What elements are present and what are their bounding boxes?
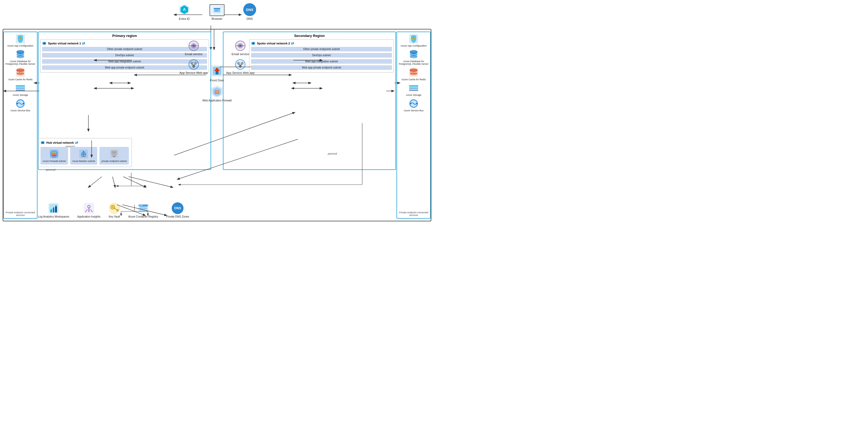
waf-icon (210, 84, 224, 98)
svg-point-103 (56, 206, 57, 207)
svg-rect-154 (409, 85, 418, 87)
app-config-right-icon (408, 34, 419, 44)
app-insights-label: Application Insights (78, 215, 100, 218)
app-config-right-block: Azure App Configuration (401, 34, 427, 47)
primary-region-title: Primary region (40, 34, 209, 38)
svg-rect-95 (113, 156, 115, 157)
app-config-left-icon (15, 34, 26, 44)
bottom-services-row: Log Analytics Workspaces Application Ins… (38, 202, 189, 218)
servicebus-left-label: Azure Service Bus (10, 109, 30, 112)
spoke-vnet-2: Spoke virtual network 2 ⇄ Other private … (249, 39, 394, 72)
container-registry-block: Azure Container Registry (128, 202, 158, 218)
svg-point-35 (195, 45, 196, 46)
svg-point-140 (17, 103, 18, 104)
postgres-right-block: Azure Database for PostgreSQL Flexible S… (398, 49, 429, 65)
waf-block: Web Application Firewall (203, 84, 232, 102)
svg-point-50 (238, 45, 239, 46)
svg-point-38 (188, 59, 199, 70)
main-border: Primary region Spoke virtual network 1 ⇄… (3, 29, 431, 221)
redis-left-icon (15, 67, 26, 78)
svg-rect-98 (50, 210, 52, 212)
bastion-subnet-box: Azure Bastion subnet (70, 147, 97, 165)
servicebus-left-block: Azure Service Bus (10, 99, 30, 112)
svg-rect-115 (140, 210, 147, 211)
svg-point-33 (192, 44, 195, 47)
email-service-primary: Email service (185, 40, 202, 56)
redis-right-block: Azure Cache for Redis (402, 67, 426, 81)
svg-rect-155 (409, 87, 418, 89)
svg-rect-91 (112, 151, 116, 154)
hub-network-box: Hub virtual network ⇄ (38, 138, 132, 167)
subnet-other-private-2: Other private endpoints subnet (251, 47, 392, 51)
hub-network-title: Hub virtual network ⇄ (40, 140, 129, 145)
container-registry-icon (137, 202, 149, 214)
postgres-right-label: Azure Database for PostgreSQL Flexible S… (398, 60, 429, 65)
svg-rect-133 (16, 87, 25, 89)
redis-left-block: Azure Cache for Redis (8, 67, 33, 81)
entra-id-block: A Entra ID (178, 3, 191, 20)
postgres-left-icon (15, 49, 26, 60)
email-label-primary: Email service (185, 53, 202, 56)
svg-rect-79 (55, 152, 56, 154)
svg-point-58 (239, 65, 242, 68)
private-ep-subnet-box: private endpoint subnet (99, 147, 129, 165)
dns-top-block: DNS DNS (243, 3, 256, 20)
svg-rect-132 (16, 85, 25, 87)
left-sidebar-title: Private endpoint connected services (5, 211, 36, 216)
svg-point-42 (192, 65, 195, 68)
right-sidebar: Azure App Configuration Azure Database f… (397, 32, 431, 219)
svg-point-109 (112, 206, 114, 208)
dns-top-icon: DNS (243, 3, 256, 16)
svg-point-117 (140, 205, 141, 206)
redis-left-label: Azure Cache for Redis (8, 78, 33, 81)
svg-point-141 (23, 103, 24, 104)
entra-id-label: Entra ID (179, 17, 190, 20)
svg-rect-100 (55, 207, 57, 212)
app-insights-block: Application Insights (78, 202, 100, 218)
top-section: A Entra ID ··· Browser DNS DNS (178, 3, 256, 20)
app-insights-icon (83, 202, 95, 214)
svg-point-54 (235, 59, 246, 70)
servicebus-right-icon (408, 99, 419, 109)
subnet-devops-2: DevOps subnet (251, 53, 392, 58)
right-sidebar-title: Private endpoint connected services (398, 211, 429, 216)
front-door-icon (210, 64, 224, 78)
svg-point-106 (88, 206, 90, 207)
front-door-waf-area: Front Door Web Application Firewall (199, 64, 235, 102)
storage-left-block: Azure Storage (12, 83, 28, 96)
private-ep-subnet-label: private endpoint subnet (101, 160, 127, 163)
postgres-left-label: Azure Database for PostgreSQL Flexible S… (5, 60, 36, 65)
email-service-secondary: Email service (231, 40, 249, 56)
vnet-expand-icon-1: ⇄ (82, 41, 85, 45)
svg-point-51 (241, 45, 243, 46)
svg-point-162 (410, 103, 411, 104)
redis-right-label: Azure Cache for Redis (402, 78, 426, 81)
svg-rect-68 (215, 91, 219, 94)
storage-right-label: Azure Storage (406, 94, 422, 96)
storage-right-icon (408, 83, 419, 93)
log-analytics-label: Log Analytics Workspaces (38, 215, 69, 218)
storage-left-icon (15, 83, 26, 93)
browser-icon: ··· (210, 4, 224, 16)
log-analytics-icon (48, 202, 60, 214)
entra-id-icon: A (178, 3, 191, 16)
svg-rect-78 (53, 152, 54, 154)
key-vault-label: Key Vault (109, 215, 120, 218)
postgres-left-block: Azure Database for PostgreSQL Flexible S… (5, 49, 36, 65)
svg-point-101 (51, 209, 52, 210)
private-ep-icon (109, 149, 119, 159)
svg-rect-99 (53, 208, 54, 212)
spoke-vnet-2-title: Spoke virtual network 2 ⇄ (251, 41, 392, 45)
app-service-icon-secondary (235, 59, 246, 70)
app-config-right-label: Azure App Configuration (401, 44, 427, 47)
container-registry-label: Azure Container Registry (128, 215, 158, 218)
servicebus-right-label: Azure Service Bus (404, 109, 424, 112)
svg-point-75 (41, 141, 44, 144)
secondary-region-title: Secondary Region (225, 34, 394, 38)
svg-point-118 (141, 205, 142, 206)
peered-label-secondary: peered (328, 152, 337, 155)
hub-expand-icon: ⇄ (75, 140, 78, 145)
postgres-right-icon (408, 49, 419, 60)
spoke-vnet-2-subnets: Other private endpoints subnet DevOps su… (251, 47, 392, 71)
key-vault-block: Key Vault (108, 202, 120, 218)
